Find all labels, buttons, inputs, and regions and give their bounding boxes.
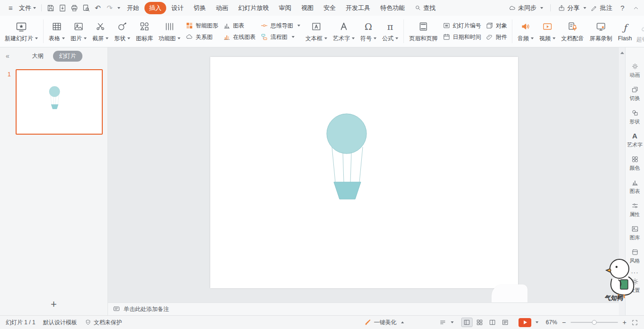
flash-label: Flash [618,35,632,42]
redo-icon[interactable]: ↷ [104,2,116,14]
slide-editor-view[interactable] [108,47,619,302]
help-icon[interactable]: ? [617,2,628,14]
slideshow-play-button[interactable] [519,318,538,327]
hot-air-balloon-shape[interactable] [210,57,518,288]
protection-status-button[interactable]: 文档未保护 [85,319,122,327]
sidebar-item-chart[interactable]: 图表 [630,179,640,195]
ribbon-doc-dubbing-button[interactable]: 文档配音 [558,18,587,45]
tab-design[interactable]: 设计 [167,2,188,14]
ribbon-icon-library-button[interactable]: 图标库 [133,18,156,45]
ribbon-slide-number-button[interactable]: 幻灯片编号 [443,22,481,30]
ribbon-shapes-button[interactable]: 形状 [111,18,133,45]
sidebar-item-colors[interactable]: 颜色 [630,155,640,172]
share-button[interactable]: 分享 [558,4,586,12]
ribbon-mind-map-button[interactable]: 思维导图 [260,22,300,30]
sidebar-item-properties[interactable]: 属性 [630,202,640,218]
app-menu-icon[interactable]: ≡ [5,2,17,14]
ribbon-text-box-button[interactable]: 文本框 [303,18,330,45]
more-actions-chevron-icon[interactable] [117,7,120,9]
tab-home[interactable]: 开始 [122,2,144,14]
ribbon-symbol-button[interactable]: Ω 符号 [358,18,379,45]
sidebar-item-animation[interactable]: 动画 [630,63,640,79]
ribbon-picture-button[interactable]: 图片 [68,18,89,45]
file-menu-button[interactable]: 文件 [17,2,38,14]
search-button[interactable]: 查找 [414,4,436,12]
tab-special-features[interactable]: 特色功能 [376,2,410,14]
slide-sorter-view-button[interactable] [474,318,485,327]
tab-devtools[interactable]: 开发工具 [341,2,375,14]
slide-1-thumbnail[interactable] [16,69,103,135]
notes-panel-button[interactable] [439,319,454,326]
table-label: 表格 [49,35,60,43]
tab-animation[interactable]: 动画 [211,2,233,14]
scroll-up-arrow-icon[interactable] [620,52,624,54]
sidebar-label: 图库 [630,234,640,241]
ribbon-formula-button[interactable]: π 公式 [379,18,401,45]
ribbon-screenshot-button[interactable]: 截屏 [89,18,111,45]
statusbar: 幻灯片 1 / 1 默认设计模板 文档未保护 一键美化 67% − [0,315,644,329]
beautify-button[interactable]: 一键美化 [364,319,404,327]
sidebar-item-transition[interactable]: 切换 [630,86,640,102]
normal-view-button[interactable] [461,318,473,327]
ribbon-flash-button[interactable]: ƒ Flash [615,19,635,44]
tab-insert[interactable]: 插入 [144,2,166,14]
export-icon[interactable] [56,2,68,14]
slide-canvas[interactable] [210,57,518,288]
zoom-slider[interactable] [571,322,618,323]
assistant-bubble[interactable] [492,284,528,302]
tab-slides[interactable]: 幻灯片 [53,51,82,62]
sidebar-item-gallery[interactable]: 图库 [630,225,640,241]
zoom-in-button[interactable]: + [623,319,626,326]
ribbon-function-diagram-button[interactable]: 功能图 [156,18,183,45]
tab-security[interactable]: 安全 [319,2,340,14]
ribbon-video-button[interactable]: 视频 [537,18,558,45]
notes-bar[interactable]: 单击此处添加备注 [108,302,619,315]
collapse-panel-icon[interactable]: « [6,52,9,60]
ribbon-date-time-button[interactable]: 日期和时间 [443,33,481,41]
print-icon[interactable] [68,2,80,14]
ribbon-chart-button[interactable]: 图表 [223,22,256,30]
undo-icon[interactable]: ↶ [92,2,104,14]
thumbnail-list: 1 [0,64,107,135]
ribbon-audio-button[interactable]: 音频 [515,18,537,45]
two-pane-view-button[interactable] [487,318,498,327]
comment-button[interactable]: 批注 [590,4,612,12]
zoom-out-button[interactable]: − [562,319,566,326]
ribbon-relation-diagram-button[interactable]: 关系图 [186,33,218,41]
chevron-down-icon [178,37,180,39]
ribbon-header-footer-button[interactable]: 页眉和页脚 [406,18,440,45]
separator [512,19,512,43]
save-icon[interactable] [45,2,56,14]
zoom-slider-handle[interactable] [592,320,597,325]
pi-formula-icon: π [387,20,394,33]
reading-view-button[interactable] [500,318,511,327]
tab-view[interactable]: 视图 [296,2,318,14]
ribbon-object-button[interactable]: 对象 [486,22,507,30]
ribbon-screen-record-button[interactable]: 屏幕录制 [587,18,615,45]
chart-icon [223,22,231,29]
tab-review[interactable]: 审阅 [274,2,296,14]
sidebar-item-wordart[interactable]: A 艺术字 [627,132,643,148]
design-template-button[interactable]: 默认设计模板 [43,319,77,327]
tab-transition[interactable]: 切换 [189,2,211,14]
tab-slideshow[interactable]: 幻灯片放映 [233,2,274,14]
ribbon-online-chart-button[interactable]: 在线图表 [223,33,256,41]
sync-status-button[interactable]: 未同步 [508,4,543,12]
ribbon-flowchart-button[interactable]: 流程图 [260,33,300,41]
add-slide-button[interactable]: + [0,293,107,315]
ribbon-stack-objects: 对象 附件 [483,22,510,41]
sidebar-item-shapes[interactable]: 形状 [630,109,640,125]
collapse-ribbon-icon[interactable] [633,5,639,11]
tab-outline[interactable]: 大纲 [28,51,47,62]
fullscreen-icon[interactable] [631,319,638,326]
ribbon-table-button[interactable]: 表格 [46,18,68,45]
ribbon-word-art-button[interactable]: 艺术字 [330,18,358,45]
print-preview-icon[interactable] [80,2,92,14]
zoom-level[interactable]: 67% [546,319,557,326]
flowchart-icon [260,33,268,41]
ribbon-smart-graphics-button[interactable]: 智能图形 [186,22,218,30]
ribbon-hyperlink-button[interactable]: 超链接 [634,19,644,46]
notes-placeholder: 单击此处添加备注 [124,305,169,313]
ribbon-new-slide-button[interactable]: 新建幻灯片 [2,18,41,45]
ribbon-attachment-button[interactable]: 附件 [486,33,507,41]
